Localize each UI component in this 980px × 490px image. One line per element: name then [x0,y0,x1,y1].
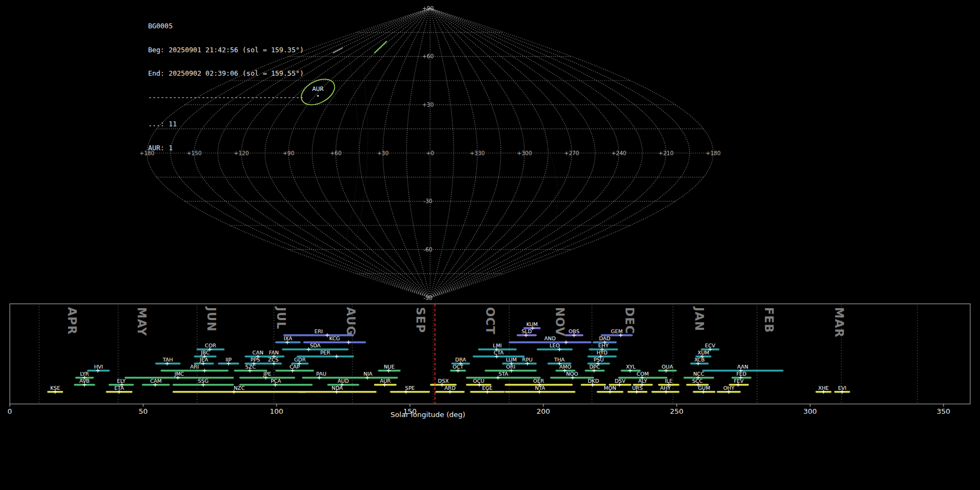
shower-SLD: SLD [517,328,537,338]
shower-code-label: DSX [438,378,449,384]
lat-label: +90 [422,5,433,11]
shower-XHE: XHE [816,385,831,394]
field-of-view-curve [356,54,368,240]
shower-activity-bar [282,348,349,350]
shower-code-label: GUM [698,385,710,391]
shower-code-label: FAN [269,350,279,356]
shower-code-label: DRA [455,357,467,363]
shower-ORI: ORI [485,364,537,373]
shower-CAP: CAP [275,364,314,373]
shower-CTA: CTA [473,350,525,359]
shower-code-label: CAM [150,378,162,384]
skymap-overlays: AUR [297,41,559,240]
sporadic-count: ...: 11 [148,120,304,128]
month-label-oct: OCT [483,307,497,335]
shower-code-label: ETA [114,385,124,391]
shower-code-label: TAH [162,357,173,363]
shower-EGE: EGE [470,385,505,394]
shower-DKD: DKD [581,378,607,387]
shower-code-label: OCT [452,364,463,370]
shower-OCT: OCT [450,364,466,373]
shower-KSE: KSE [47,385,63,394]
shower-code-label: NTA [535,385,546,391]
x-axis-tick-label: 100 [270,407,284,415]
month-label-apr: APR [65,307,78,335]
shower-code-label: NDA [332,385,343,391]
shower-code-label: DKD [587,378,599,384]
lat-label: -60 [424,247,432,253]
lon-label: +240 [611,150,626,156]
shower-ARD: ARD [436,385,465,394]
shower-SZC: SZC [234,364,267,373]
shower-DPC: DPC [585,364,605,373]
meteor-trail [375,41,387,53]
shower-code-label: SDA [310,342,321,348]
x-axis-title: Solar longitude (deg) [390,411,465,419]
shower-code-label: NIA [364,371,373,377]
shower-code-label: ARD [444,385,455,391]
separator-line: -------------------------------------- [148,94,304,102]
shower-ARI: ARI [161,364,229,373]
shower-code-label: OBS [568,328,579,334]
shower-code-label: NOO [566,371,578,377]
month-label-sep: SEP [414,307,427,333]
radiant-point [317,95,318,96]
shower-code-label: ECV [705,342,716,348]
shower-OBS: OBS [565,328,583,338]
shower-code-label: STA [499,371,509,377]
shower-ETA: ETA [106,385,132,394]
month-label-nov: NOV [553,307,566,336]
shower-code-label: OHY [723,385,734,391]
lat-label: +60 [422,53,433,59]
x-axis-tick-label: 350 [937,407,951,415]
shower-CAM: CAM [142,378,170,387]
shower-code-label: URS [632,385,643,391]
shower-code-label: KUM [526,321,538,327]
shower-OUA: OUA [658,364,677,373]
shower-activity-bar [161,370,229,371]
lon-label: +330 [470,150,485,156]
shower-code-label: OCU [473,378,485,384]
shower-code-label: PAU [316,371,327,377]
shower-code-label: GDR [294,357,306,363]
shower-code-label: PSU [593,357,604,363]
shower-code-label: IXA [284,335,292,341]
shower-code-label: XUM [697,350,709,356]
shower-code-label: AUR [380,378,391,384]
month-label-mar: MAR [832,307,846,338]
shower-AHY: AHY [652,385,680,394]
month-label-dec: DEC [623,307,636,334]
shower-IXA: IXA [275,335,301,345]
station-id: BG0005 [148,22,304,30]
shower-activity-bar [302,377,341,378]
shower-code-label: FED [736,371,746,377]
shower-AUR: AUR [374,378,397,387]
shower-SDA: SDA [282,342,349,352]
x-axis-tick-label: 250 [670,407,684,415]
begin-time-line: Beg: 20250901 21:42:56 (sol = 159.35°) [148,46,304,54]
month-label-jun: JUN [205,306,218,332]
shower-code-label: COM [636,371,648,377]
shower-URS: URS [627,385,647,394]
shower-SSG: SSG [173,378,234,387]
shower-code-label: KCG [329,335,340,341]
shower-code-label: SLD [522,328,532,334]
x-axis-tick-label: 50 [139,407,148,415]
shower-code-label: PCA [271,378,281,384]
shower-code-label: DAD [599,335,610,341]
shower-code-label: SPE [405,385,415,391]
x-axis-tick-label: 0 [8,407,12,415]
shower-code-label: JBC [200,350,210,356]
shower-NZC: NZC [173,385,306,394]
shower-code-label: LYR [80,371,89,377]
lon-label: +30 [377,150,389,156]
shower-code-label: NUE [384,364,395,370]
shower-OHY: OHY [717,385,741,394]
shower-code-label: IIP [225,357,232,363]
shower-PCA: PCA [239,378,313,387]
shower-code-label: ELY [117,378,126,384]
shower-TAH: TAH [155,357,181,366]
shower-code-label: CAN [253,350,264,356]
shower-activity-bar [275,370,314,371]
shower-NTA: NTA [505,385,575,394]
